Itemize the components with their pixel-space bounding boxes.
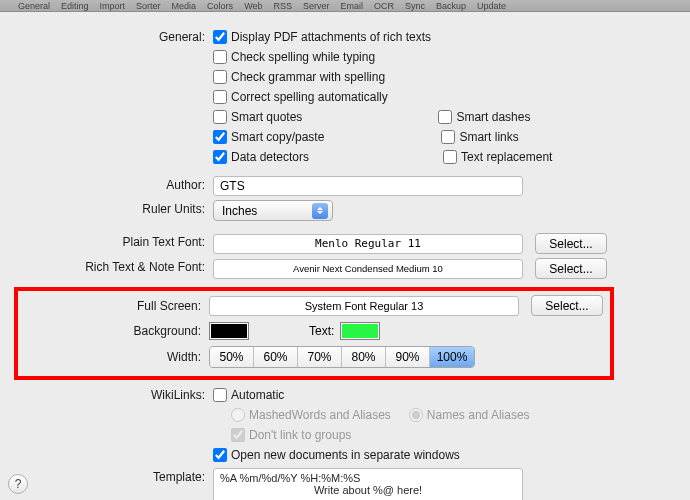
author-field[interactable] xyxy=(213,176,523,196)
tab-email[interactable]: Email xyxy=(337,1,368,11)
width-label: Width: xyxy=(22,350,209,364)
tab-rss[interactable]: RSS xyxy=(269,1,296,11)
template-label: Template: xyxy=(18,468,213,484)
author-label: Author: xyxy=(18,176,213,192)
wikilinks-names-radio[interactable]: Names and Aliases xyxy=(409,408,530,422)
opt-check-grammar[interactable]: Check grammar with spelling xyxy=(213,68,672,86)
opt-text-replacement[interactable]: Text replacement xyxy=(443,148,552,166)
opt-smart-copy-paste[interactable]: Smart copy/paste xyxy=(213,128,324,146)
width-90[interactable]: 90% xyxy=(386,347,430,367)
preference-tabbar[interactable]: General Editing Import Sorter Media Colo… xyxy=(0,0,690,12)
opt-display-pdf[interactable]: Display PDF attachments of rich texts xyxy=(213,28,672,46)
tab-web[interactable]: Web xyxy=(240,1,266,11)
tab-ocr[interactable]: OCR xyxy=(370,1,398,11)
width-segmented-control[interactable]: 50% 60% 70% 80% 90% 100% xyxy=(209,346,475,368)
tab-media[interactable]: Media xyxy=(168,1,201,11)
width-70[interactable]: 70% xyxy=(298,347,342,367)
general-label: General: xyxy=(18,28,213,44)
opt-smart-links[interactable]: Smart links xyxy=(441,128,518,146)
width-50[interactable]: 50% xyxy=(210,347,254,367)
wikilinks-mashed-radio[interactable]: MashedWords and Aliases xyxy=(231,408,391,422)
width-80[interactable]: 80% xyxy=(342,347,386,367)
background-label: Background: xyxy=(22,324,209,338)
opt-smart-quotes[interactable]: Smart quotes xyxy=(213,108,302,126)
rich-text-font-label: Rich Text & Note Font: xyxy=(18,258,213,274)
full-screen-font-field: System Font Regular 13 xyxy=(209,296,519,316)
tab-sorter[interactable]: Sorter xyxy=(132,1,165,11)
full-screen-label: Full Screen: xyxy=(22,299,209,313)
text-color-well[interactable] xyxy=(340,322,380,340)
dropdown-arrows-icon xyxy=(312,203,328,219)
plain-text-font-field: Menlo Regular 11 xyxy=(213,234,523,254)
ruler-units-label: Ruler Units: xyxy=(18,200,213,216)
wikilinks-label: WikiLinks: xyxy=(18,386,213,402)
background-color-well[interactable] xyxy=(209,322,249,340)
opt-smart-dashes[interactable]: Smart dashes xyxy=(438,108,530,126)
tab-general[interactable]: General xyxy=(14,1,54,11)
tab-sync[interactable]: Sync xyxy=(401,1,429,11)
text-color-label: Text: xyxy=(309,324,334,338)
plain-text-font-label: Plain Text Font: xyxy=(18,233,213,249)
opt-correct-spelling[interactable]: Correct spelling automatically xyxy=(213,88,672,106)
wikilinks-automatic[interactable]: Automatic xyxy=(213,386,672,404)
opt-data-detectors[interactable]: Data detectors xyxy=(213,148,309,166)
width-60[interactable]: 60% xyxy=(254,347,298,367)
tab-server[interactable]: Server xyxy=(299,1,334,11)
tab-colors[interactable]: Colors xyxy=(203,1,237,11)
full-screen-font-select-button[interactable]: Select... xyxy=(531,295,603,316)
plain-text-font-select-button[interactable]: Select... xyxy=(535,233,607,254)
tab-backup[interactable]: Backup xyxy=(432,1,470,11)
ruler-units-select[interactable]: Inches xyxy=(213,200,333,221)
open-new-documents[interactable]: Open new documents in separate windows xyxy=(213,446,672,464)
tab-editing[interactable]: Editing xyxy=(57,1,93,11)
rich-text-font-select-button[interactable]: Select... xyxy=(535,258,607,279)
tab-import[interactable]: Import xyxy=(96,1,130,11)
tab-update[interactable]: Update xyxy=(473,1,510,11)
full-screen-highlight: Full Screen: System Font Regular 13 Sele… xyxy=(14,287,614,380)
template-textarea[interactable]: %A %m/%d/%Y %H:%M:%S Write about %@ here… xyxy=(213,468,523,500)
wikilinks-dontlink[interactable]: Don't link to groups xyxy=(231,426,672,444)
opt-check-spelling-typing[interactable]: Check spelling while typing xyxy=(213,48,672,66)
preference-pane: General: Display PDF attachments of rich… xyxy=(0,12,690,500)
width-100[interactable]: 100% xyxy=(430,347,474,367)
help-button[interactable]: ? xyxy=(8,474,28,494)
rich-text-font-field: Avenir Next Condensed Medium 10 xyxy=(213,259,523,279)
